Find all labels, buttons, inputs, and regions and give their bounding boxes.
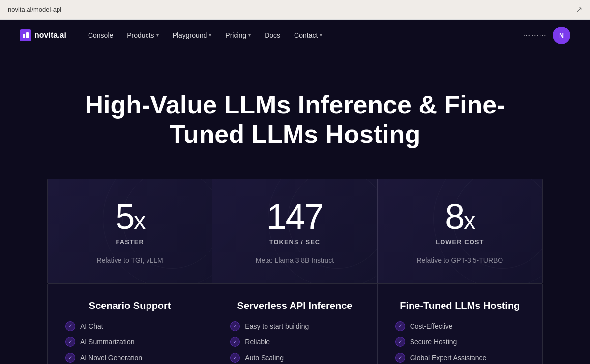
feature-card-serverless: Serverless API Inference ✓ Easy to start… bbox=[212, 284, 377, 364]
svg-rect-1 bbox=[26, 32, 29, 38]
user-info: ···· ···· ···· bbox=[524, 32, 547, 39]
list-item: ✓ AI Chat bbox=[65, 321, 194, 331]
check-icon: ✓ bbox=[395, 321, 405, 331]
feature-card-finetuned: Fine-Tuned LLMs Hosting ✓ Cost-Effective… bbox=[378, 284, 542, 364]
check-icon: ✓ bbox=[230, 321, 240, 331]
logo-icon bbox=[20, 29, 31, 41]
feature-list-finetuned: ✓ Cost-Effective ✓ Secure Hosting ✓ Glob… bbox=[395, 321, 525, 363]
chevron-down-icon: ▾ bbox=[248, 32, 251, 38]
chevron-down-icon: ▾ bbox=[156, 32, 159, 38]
stats-grid: 5x FASTER Relative to TGI, vLLM 147 TOKE… bbox=[47, 179, 543, 284]
stat-description-cost: Relative to GPT-3.5-TURBO bbox=[395, 255, 525, 266]
nav-links: Console Products ▾ Playground ▾ Pricing … bbox=[82, 28, 524, 43]
stat-card-cost: 8x LOWER COST Relative to GPT-3.5-TURBO bbox=[378, 179, 542, 283]
navbar: novita.ai Console Products ▾ Playground … bbox=[0, 20, 590, 51]
logo-link[interactable]: novita.ai bbox=[20, 29, 66, 41]
list-item: ✓ Cost-Effective bbox=[395, 321, 525, 331]
stat-card-faster: 5x FASTER Relative to TGI, vLLM bbox=[48, 179, 212, 283]
check-icon: ✓ bbox=[395, 337, 405, 347]
open-tab-icon[interactable]: ↗ bbox=[576, 5, 582, 14]
chevron-down-icon: ▾ bbox=[320, 32, 322, 38]
feature-title-serverless: Serverless API Inference bbox=[230, 300, 359, 311]
hero-title: High-Value LLMs Inference & Fine-Tuned L… bbox=[74, 90, 516, 149]
nav-item-products[interactable]: Products ▾ bbox=[121, 28, 164, 43]
list-item: ✓ Easy to start building bbox=[230, 321, 359, 331]
svg-rect-0 bbox=[23, 34, 25, 38]
stat-number-tokens: 147 bbox=[230, 199, 359, 234]
main-page: novita.ai Console Products ▾ Playground … bbox=[0, 20, 590, 364]
nav-item-pricing[interactable]: Pricing ▾ bbox=[219, 28, 257, 43]
feature-card-scenario: Scenario Support ✓ AI Chat ✓ AI Summariz… bbox=[48, 284, 212, 364]
check-icon: ✓ bbox=[230, 337, 240, 347]
list-item: ✓ Global Expert Assistance bbox=[395, 353, 525, 363]
avatar[interactable]: N bbox=[553, 27, 570, 44]
stat-description-faster: Relative to TGI, vLLM bbox=[65, 255, 194, 266]
list-item: ✓ Reliable bbox=[230, 337, 359, 347]
stat-label-tokens: TOKENS / SEC bbox=[230, 238, 359, 246]
nav-item-playground[interactable]: Playground ▾ bbox=[167, 28, 218, 43]
content-container: 5x FASTER Relative to TGI, vLLM 147 TOKE… bbox=[30, 179, 560, 364]
list-item: ✓ AI Novel Generation bbox=[65, 353, 194, 363]
feature-title-finetuned: Fine-Tuned LLMs Hosting bbox=[395, 300, 525, 311]
nav-item-contact[interactable]: Contact ▾ bbox=[288, 28, 328, 43]
list-item: ✓ Secure Hosting bbox=[395, 337, 525, 347]
chevron-down-icon: ▾ bbox=[209, 32, 211, 38]
stat-number-cost: 8x bbox=[395, 199, 525, 234]
feature-list-serverless: ✓ Easy to start building ✓ Reliable ✓ Au… bbox=[230, 321, 359, 363]
check-icon: ✓ bbox=[65, 353, 75, 363]
check-icon: ✓ bbox=[395, 353, 405, 363]
features-grid: Scenario Support ✓ AI Chat ✓ AI Summariz… bbox=[47, 284, 543, 364]
check-icon: ✓ bbox=[230, 353, 240, 363]
logo-text: novita.ai bbox=[34, 31, 66, 40]
stat-label-faster: FASTER bbox=[65, 238, 194, 246]
feature-list-scenario: ✓ AI Chat ✓ AI Summarization ✓ AI Novel … bbox=[65, 321, 194, 363]
nav-item-docs[interactable]: Docs bbox=[259, 28, 286, 43]
list-item: ✓ AI Summarization bbox=[65, 337, 194, 347]
hero-section: High-Value LLMs Inference & Fine-Tuned L… bbox=[0, 51, 590, 364]
browser-chrome: novita.ai/model-api ↗ bbox=[0, 0, 590, 20]
check-icon: ✓ bbox=[65, 337, 75, 347]
stat-card-tokens: 147 TOKENS / SEC Meta: Llama 3 8B Instru… bbox=[212, 179, 377, 283]
check-icon: ✓ bbox=[65, 321, 75, 331]
list-item: ✓ Auto Scaling bbox=[230, 353, 359, 363]
feature-title-scenario: Scenario Support bbox=[65, 300, 194, 311]
stat-description-tokens: Meta: Llama 3 8B Instruct bbox=[230, 255, 359, 266]
stat-number-faster: 5x bbox=[65, 199, 194, 234]
stat-label-cost: LOWER COST bbox=[395, 238, 525, 246]
nav-console[interactable]: Console bbox=[82, 28, 119, 43]
url-bar[interactable]: novita.ai/model-api bbox=[8, 6, 570, 13]
nav-right: ···· ···· ···· N bbox=[524, 27, 570, 44]
